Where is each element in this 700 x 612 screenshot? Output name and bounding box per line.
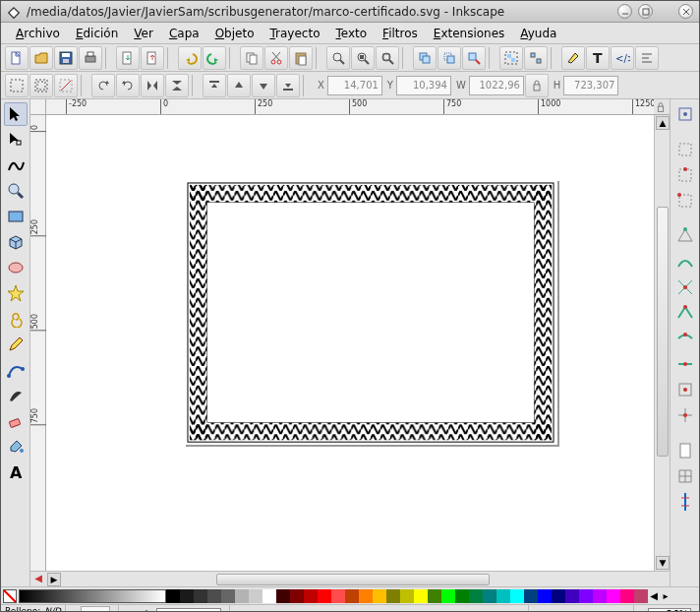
menu-capa[interactable]: Capa — [162, 25, 206, 42]
copy-button[interactable] — [240, 46, 263, 70]
vertical-scrollbar[interactable]: ▲ ▼ — [654, 115, 670, 571]
align-button[interactable] — [635, 46, 659, 70]
hscroll-thumb[interactable] — [216, 574, 490, 585]
swatch[interactable] — [207, 589, 221, 603]
xml-editor-button[interactable]: </> — [611, 46, 634, 70]
scroll-up-arrow[interactable]: ▲ — [656, 116, 670, 130]
lower-button[interactable] — [252, 74, 275, 97]
import-button[interactable] — [116, 46, 140, 70]
menu-ayuda[interactable]: Ayuda — [513, 25, 563, 42]
palette-scroll-left[interactable]: ◀ — [648, 590, 660, 601]
selector-tool[interactable] — [4, 102, 28, 126]
layer-selector[interactable]: •Capa 1 ▾ — [156, 608, 221, 613]
layer-lock-toggle[interactable] — [140, 608, 153, 613]
swatch[interactable] — [166, 589, 180, 603]
fill-stroke-indicator[interactable]: Relleno: Trazo: — [5, 606, 40, 613]
quick-zoom-button[interactable]: ◀ — [30, 571, 46, 586]
ellipse-tool[interactable] — [4, 256, 28, 279]
swatch[interactable] — [441, 589, 455, 603]
menu-trayecto[interactable]: Trayecto — [262, 25, 326, 42]
spiral-tool[interactable] — [4, 307, 28, 331]
undo-button[interactable] — [178, 46, 202, 70]
swatch[interactable] — [400, 589, 414, 603]
swatch[interactable] — [496, 589, 510, 603]
flip-h-button[interactable] — [141, 74, 164, 97]
horizontal-scrollbar[interactable]: ◀ ▶ — [46, 571, 654, 586]
scroll-right-arrow[interactable]: ▶ — [47, 573, 61, 586]
export-button[interactable] — [141, 46, 164, 70]
swatch[interactable] — [538, 589, 552, 603]
cut-button[interactable] — [264, 46, 288, 70]
swatch[interactable] — [304, 589, 318, 603]
new-button[interactable] — [5, 46, 29, 70]
swatch[interactable] — [180, 589, 194, 603]
lower-bottom-button[interactable] — [276, 74, 300, 97]
eraser-tool[interactable] — [4, 409, 28, 433]
swatch[interactable] — [483, 589, 496, 603]
snap-smooth-button[interactable] — [673, 327, 697, 350]
lock-aspect-button[interactable] — [525, 74, 549, 97]
menu-texto[interactable]: Texto — [328, 25, 374, 42]
clone-button[interactable] — [438, 46, 461, 70]
swatch[interactable] — [428, 589, 441, 603]
star-tool[interactable] — [4, 281, 28, 305]
text-tool[interactable]: A — [4, 460, 28, 484]
ungroup-button[interactable] — [524, 46, 548, 70]
swatch[interactable] — [386, 589, 400, 603]
snap-guide-button[interactable] — [673, 490, 697, 514]
swatch[interactable] — [194, 589, 207, 603]
x-field[interactable]: 14,701 — [327, 76, 382, 95]
swatch[interactable] — [607, 589, 620, 603]
snap-center-button[interactable] — [673, 378, 697, 401]
swatch[interactable] — [276, 589, 290, 603]
swatch[interactable] — [373, 589, 386, 603]
snap-enable-button[interactable] — [673, 102, 697, 126]
swatch[interactable] — [634, 589, 648, 603]
menu-filtros[interactable]: Filtros — [376, 25, 425, 42]
bucket-tool[interactable] — [4, 435, 28, 459]
swatch[interactable] — [565, 589, 579, 603]
raise-top-button[interactable] — [203, 74, 226, 97]
rotate-cw-button[interactable] — [116, 74, 140, 97]
fill-stroke-button[interactable] — [561, 46, 585, 70]
ruler-origin[interactable] — [30, 99, 46, 115]
swatch[interactable] — [620, 589, 634, 603]
save-button[interactable] — [54, 46, 78, 70]
calligraphy-tool[interactable] — [4, 384, 28, 407]
swatch[interactable] — [290, 589, 304, 603]
zoom-tool[interactable] — [4, 179, 28, 203]
grayscale-ramp[interactable] — [19, 589, 166, 603]
swatch[interactable] — [221, 589, 235, 603]
snap-bbox-corner-button[interactable] — [673, 189, 697, 213]
paste-button[interactable] — [289, 46, 313, 70]
snap-nodes-button[interactable] — [673, 224, 697, 248]
opacity-field[interactable]: 100 — [81, 606, 110, 613]
tweak-tool[interactable] — [4, 153, 28, 177]
swatch[interactable] — [345, 589, 359, 603]
vertical-ruler[interactable]: 0250500750 — [30, 115, 46, 571]
close-button[interactable] — [678, 4, 693, 19]
pencil-tool[interactable] — [4, 333, 28, 356]
menu-archivo[interactable]: Archivo — [9, 25, 67, 42]
maximize-button[interactable] — [638, 4, 653, 19]
raise-button[interactable] — [227, 74, 251, 97]
no-color-swatch[interactable] — [3, 589, 17, 603]
swatch[interactable] — [552, 589, 565, 603]
y-field[interactable]: 10,394 — [396, 76, 451, 95]
zoom-selection-button[interactable] — [326, 46, 350, 70]
open-button[interactable] — [29, 46, 53, 70]
flip-v-button[interactable] — [165, 74, 189, 97]
swatch[interactable] — [455, 589, 469, 603]
swatch[interactable] — [331, 589, 345, 603]
swatch[interactable] — [469, 589, 483, 603]
menu-objeto[interactable]: Objeto — [208, 25, 262, 42]
3dbox-tool[interactable] — [4, 230, 28, 254]
horizontal-ruler[interactable]: -250025050075010001250 — [46, 99, 654, 115]
canvas[interactable] — [46, 115, 654, 571]
duplicate-button[interactable] — [413, 46, 437, 70]
swatch[interactable] — [510, 589, 524, 603]
snap-cusp-button[interactable] — [673, 301, 697, 325]
snap-bbox-edge-button[interactable] — [673, 163, 697, 187]
group-button[interactable] — [499, 46, 523, 70]
zoom-drawing-button[interactable] — [351, 46, 375, 70]
